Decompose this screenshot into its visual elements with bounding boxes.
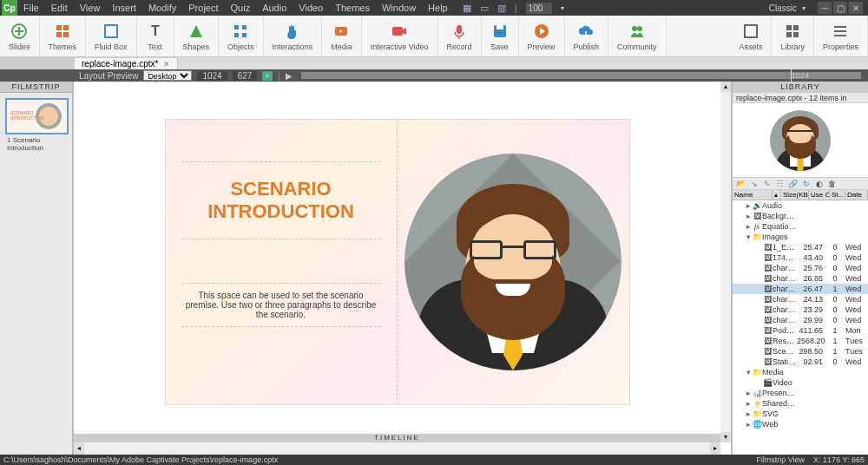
maximize-button[interactable]: ▢: [833, 2, 847, 14]
media-label: Media: [331, 43, 352, 51]
library-item[interactable]: 🖼character2...26.850Wed: [733, 273, 868, 284]
ribbon-library[interactable]: Library: [772, 16, 814, 56]
character-image[interactable]: [404, 154, 621, 370]
library-item[interactable]: 🖼17434-Ang...43.400Wed: [733, 252, 868, 263]
document-tab[interactable]: replace-image.cptx* ✕: [74, 57, 178, 69]
scroll-left-icon[interactable]: ◂: [74, 442, 84, 455]
ribbon-themes[interactable]: Themes: [40, 16, 87, 56]
horizontal-scrollbar[interactable]: ◂ ▸: [74, 442, 720, 455]
scroll-down-icon[interactable]: ▾: [720, 432, 731, 442]
twisty-icon[interactable]: ▸: [745, 201, 752, 210]
library-item[interactable]: 🖼character3...26.471Wed: [733, 284, 868, 294]
slide-body-text[interactable]: This space can be used to set the scenar…: [181, 283, 381, 327]
library-item[interactable]: 🖼1_Extende...25.470Wed: [733, 242, 868, 252]
device-select[interactable]: Desktop: [143, 70, 192, 81]
library-item[interactable]: 🖼character5...23.290Wed: [733, 305, 868, 315]
lib-import-icon[interactable]: ↘: [749, 179, 759, 188]
library-item[interactable]: 🖼character6...29.990Wed: [733, 315, 868, 325]
library-item[interactable]: 🖼Podcast_...411.651Mon: [733, 325, 868, 336]
lib-properties-icon[interactable]: ☷: [775, 179, 785, 188]
library-folder-audio[interactable]: ▸🔊Audio: [733, 200, 868, 211]
library-folder-web[interactable]: ▸🌐Web: [733, 419, 868, 429]
twisty-icon[interactable]: ▸: [745, 389, 752, 397]
ribbon-record[interactable]: Record: [438, 16, 482, 56]
library-folder-svg[interactable]: ▸📁SVG: [733, 409, 868, 419]
ribbon-interactions[interactable]: Interactions: [264, 16, 323, 56]
minimize-button[interactable]: ─: [818, 2, 832, 14]
ribbon-shapes[interactable]: Shapes: [174, 16, 220, 56]
play-icon[interactable]: ▶: [286, 71, 293, 81]
menu-help[interactable]: Help: [422, 3, 454, 13]
twisty-icon[interactable]: ▸: [745, 222, 752, 231]
slide-thumbnail[interactable]: SCENARIO INTRODUCTION 1 Scenario Introdu…: [5, 98, 67, 152]
library-item[interactable]: 🎬Video: [733, 377, 868, 388]
ribbon-objects[interactable]: Objects: [219, 16, 264, 56]
slide-title[interactable]: SCENARIO INTRODUCTION: [181, 161, 381, 239]
lib-update-icon[interactable]: ↻: [801, 179, 811, 188]
library-item[interactable]: 🖼character...25.760Wed: [733, 263, 868, 273]
twisty-icon[interactable]: ▸: [745, 420, 752, 429]
library-folder-media[interactable]: ▾📁Media: [733, 367, 868, 377]
menu-project[interactable]: Project: [182, 3, 224, 13]
slide[interactable]: SCENARIO INTRODUCTION This space can be …: [166, 120, 629, 404]
ribbon-assets[interactable]: Assets: [730, 16, 772, 56]
menu-quiz[interactable]: Quiz: [225, 3, 257, 13]
twisty-icon[interactable]: ▸: [745, 399, 752, 408]
scroll-right-icon[interactable]: ▸: [710, 442, 720, 455]
library-item[interactable]: 🖼Static_Scr...92.910Wed: [733, 357, 868, 367]
library-item[interactable]: 🖼Result_BG...2568.201Tues: [733, 336, 868, 346]
menu-themes[interactable]: Themes: [329, 3, 376, 13]
ribbon-community[interactable]: Community: [608, 16, 667, 56]
menu-video[interactable]: Video: [293, 3, 329, 13]
library-folder-presentations[interactable]: ▸📊Presentations: [733, 388, 868, 398]
lib-delete-icon[interactable]: 🗑: [827, 179, 837, 188]
timeline-panel-header[interactable]: TIMELINE: [74, 434, 720, 442]
layout-icon[interactable]: ▦: [463, 3, 471, 14]
item-name: 1_Extende...: [773, 243, 797, 252]
twisty-icon[interactable]: ▸: [745, 212, 752, 220]
menu-insert[interactable]: Insert: [106, 3, 142, 13]
ribbon-slides[interactable]: Slides: [0, 16, 40, 56]
workspace-dropdown-icon[interactable]: ▾: [802, 4, 806, 12]
library-folder-shared-actions[interactable]: ▸⚡Shared Actions: [733, 398, 868, 409]
library-tree[interactable]: ▸🔊Audio▸🖼Backgrounds▸fxEquations▾📁Images…: [733, 200, 868, 455]
twisty-icon[interactable]: ▾: [745, 232, 752, 241]
menu-file[interactable]: File: [17, 3, 45, 13]
breakpoint-ruler[interactable]: 1024: [301, 72, 861, 79]
library-column-headers[interactable]: Name ▴ Size(KB) Use C... St... Date: [733, 190, 868, 200]
assets-icon[interactable]: ▥: [497, 3, 506, 14]
close-button[interactable]: ✕: [849, 2, 863, 14]
lib-edit-icon[interactable]: ✎: [762, 179, 772, 188]
lib-open-icon[interactable]: 📂: [736, 179, 746, 188]
ribbon-properties[interactable]: Properties: [814, 16, 868, 56]
ribbon-fluidbox[interactable]: Fluid Box: [86, 16, 137, 56]
menu-window[interactable]: Window: [376, 3, 422, 13]
device-icon[interactable]: ▭: [480, 3, 489, 14]
twisty-icon[interactable]: ▾: [745, 368, 752, 377]
twisty-icon[interactable]: ▸: [745, 409, 752, 418]
ribbon-text[interactable]: TText: [137, 16, 174, 56]
menu-audio[interactable]: Audio: [256, 3, 293, 13]
workspace-mode-label[interactable]: Classic: [769, 3, 797, 13]
zoom-input[interactable]: [526, 3, 552, 14]
zoom-dropdown-icon[interactable]: ▾: [561, 4, 564, 12]
scroll-up-icon[interactable]: ▴: [720, 82, 731, 92]
menu-edit[interactable]: Edit: [45, 3, 74, 13]
ribbon-publish[interactable]: Publish: [565, 16, 609, 56]
library-folder-equations[interactable]: ▸fxEquations: [733, 221, 868, 232]
lib-select-unused-icon[interactable]: ◐: [814, 179, 824, 188]
ribbon-preview[interactable]: Preview: [519, 16, 565, 56]
library-folder-backgrounds[interactable]: ▸🖼Backgrounds: [733, 211, 868, 221]
tab-close-icon[interactable]: ✕: [163, 60, 170, 69]
menu-modify[interactable]: Modify: [142, 3, 182, 13]
lib-usage-icon[interactable]: 🔗: [788, 179, 798, 188]
library-item[interactable]: 🖼character4...24.130Wed: [733, 294, 868, 305]
vertical-scrollbar[interactable]: ▴ ▾: [720, 82, 731, 442]
ribbon-media[interactable]: Media: [322, 16, 362, 56]
add-breakpoint-icon[interactable]: +: [262, 71, 273, 81]
ribbon-interactive-video[interactable]: Interactive Video: [362, 16, 438, 56]
ribbon-save[interactable]: Save: [482, 16, 519, 56]
library-item[interactable]: 🖼Scenario_I...298.501Tues: [733, 346, 868, 357]
library-folder-images[interactable]: ▾📁Images: [733, 232, 868, 242]
menu-view[interactable]: View: [74, 3, 107, 13]
